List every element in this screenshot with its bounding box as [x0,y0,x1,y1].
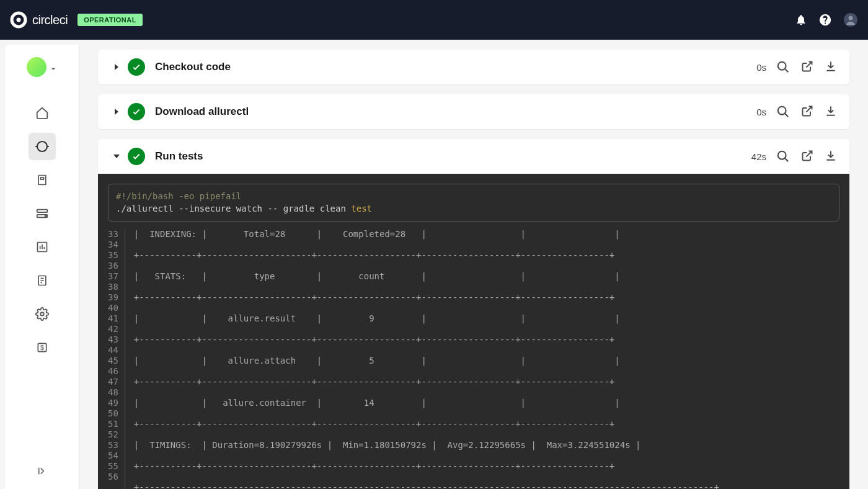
step-title: Download allurectl [155,105,756,118]
svg-point-4 [37,141,47,151]
step-duration: 0s [756,62,766,73]
expand-toggle[interactable] [110,109,123,115]
log-line: +-----------+---------------------+-----… [134,292,730,303]
nav-pipelines[interactable] [29,133,56,160]
step-duration: 42s [751,151,766,162]
log-line: | TIMINGS: | Duration=8.190279926s | Min… [134,440,730,451]
open-external-icon[interactable] [801,60,813,74]
svg-point-3 [849,16,853,20]
log-line: +-----------+---------------------+-----… [134,334,730,345]
status-success-icon [128,103,145,120]
nav-insights[interactable] [29,233,56,261]
help-icon[interactable] [818,13,832,27]
step-actions [776,105,837,119]
nav-runners[interactable] [29,200,56,227]
log-line: +-----------+---------------------+-----… [134,419,730,429]
nav-dashboard[interactable] [29,99,56,127]
log-line: +-----------+---------------------+-----… [134,250,730,261]
search-icon[interactable] [776,60,790,74]
topbar-left: circleci OPERATIONAL [10,11,143,29]
user-avatar-icon[interactable] [843,12,858,27]
nav-releases[interactable] [29,267,56,294]
step-download-allurectl[interactable]: Download allurectl 0s [98,94,849,129]
line-gutter: 33 34 35 36 37 38 39 40 41 42 43 44 45 4… [108,229,125,489]
step-title: Checkout code [155,61,756,73]
log-line: | STATS: | type | count | | | [134,271,730,282]
log-area: 33 34 35 36 37 38 39 40 41 42 43 44 45 4… [108,229,839,489]
org-switcher[interactable] [27,57,58,81]
svg-point-12 [40,312,44,316]
log-line: +-----------+---------------------+-----… [134,461,730,472]
log-lines: | INDEXING: | Total=28 | Completed=28 | … [125,229,730,489]
log-line: | | allure.result | 9 | | | [134,313,730,324]
download-icon[interactable] [825,150,837,163]
step-checkout-code[interactable]: Checkout code 0s [98,50,849,84]
nav-projects[interactable] [29,166,56,194]
step-actions [776,60,837,74]
command-prefix: ./allurectl --insecure watch -- gradle c… [116,204,351,213]
log-line: +---------------------------------------… [134,482,730,489]
svg-point-15 [778,62,786,70]
search-icon[interactable] [776,150,790,163]
sidebar: $ [5,45,79,489]
command-keyword: test [351,204,372,213]
svg-point-16 [778,107,786,115]
step-title: Run tests [155,150,751,163]
status-success-icon [128,148,145,165]
svg-rect-7 [37,210,47,213]
svg-point-1 [17,18,21,22]
collapse-toggle[interactable] [110,153,123,159]
search-icon[interactable] [776,105,790,119]
expand-icon [37,465,48,477]
log-line: | | allure.attach | 5 | | | [134,356,730,366]
log-line: | INDEXING: | Total=28 | Completed=28 | … [134,229,730,240]
open-external-icon[interactable] [801,105,813,119]
chevron-down-icon [49,65,58,73]
svg-point-9 [45,215,46,217]
org-avatar [27,57,46,77]
log-line: | | allure.container | 14 | | | [134,398,730,408]
main-content: Checkout code 0s Download allurectl 0s [79,40,868,489]
shebang-line: #!/bin/bash -eo pipefail [116,191,831,203]
command-line: ./allurectl --insecure watch -- gradle c… [116,203,831,215]
step-duration: 0s [756,107,766,117]
nav-settings[interactable] [29,300,56,328]
download-icon[interactable] [825,105,837,119]
log-line: +-----------+---------------------+-----… [134,377,730,387]
notifications-icon[interactable] [795,14,807,26]
sidebar-collapse[interactable] [37,465,48,489]
svg-text:$: $ [40,344,43,351]
nav-plan[interactable]: $ [29,334,56,361]
topbar: circleci OPERATIONAL [0,0,868,40]
open-external-icon[interactable] [801,150,813,163]
status-success-icon [128,58,145,76]
chevron-down-icon [113,153,120,159]
circleci-logo-icon [10,11,27,29]
chevron-right-icon [113,64,120,70]
operational-badge[interactable]: OPERATIONAL [78,14,143,26]
layout: $ Checkout code 0s [0,40,868,489]
step-actions [776,150,837,163]
step-run-tests: Run tests 42s #!/bin/bash -eo pipefail .… [98,139,849,489]
terminal-output: #!/bin/bash -eo pipefail ./allurectl --i… [98,174,849,489]
expand-toggle[interactable] [110,64,123,70]
logo[interactable]: circleci [10,11,68,29]
svg-rect-6 [40,177,43,179]
svg-point-17 [778,151,786,159]
download-icon[interactable] [825,60,837,74]
brand-name: circleci [32,13,68,27]
topbar-right [795,12,858,27]
sidebar-nav: $ [29,99,56,465]
chevron-right-icon [113,109,120,115]
command-box: #!/bin/bash -eo pipefail ./allurectl --i… [108,184,839,222]
step-header[interactable]: Run tests 42s [98,139,849,174]
